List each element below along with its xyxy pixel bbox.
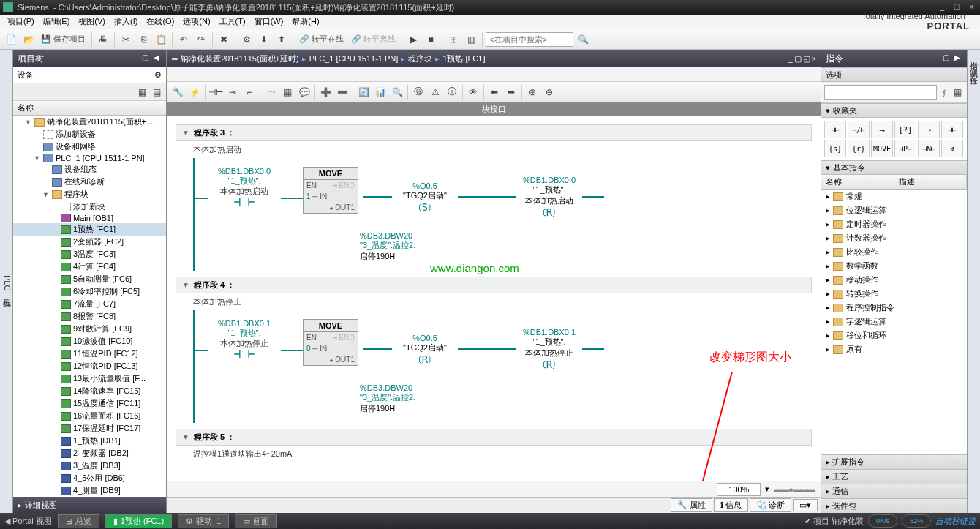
portal-view-button[interactable]: ◀ Portal 视图 xyxy=(4,516,52,527)
ed-icon-j[interactable]: ⊖ xyxy=(541,84,557,100)
search-icon[interactable]: 🔍 xyxy=(575,31,591,48)
editor-close-icon[interactable]: × xyxy=(812,54,816,64)
instr-category[interactable]: ▸数学函数 xyxy=(821,259,967,273)
section-options[interactable]: ▸ 选件包 xyxy=(821,498,967,513)
ed-comment-icon[interactable]: 💬 xyxy=(296,84,312,100)
network-5[interactable]: ▼程序段 5 ： 温控模1通道块输出4~20mA xyxy=(176,429,812,462)
editor-max-icon[interactable]: ▢ xyxy=(794,54,802,64)
crumb-3[interactable]: 1预热 [FC1] xyxy=(442,53,485,64)
ed-icon-2[interactable]: ⚡ xyxy=(186,84,203,100)
tree-item[interactable]: 3温度 [FC3] xyxy=(13,248,166,260)
tree-item[interactable]: 4_测量 [DB9] xyxy=(13,484,166,497)
delete-icon[interactable]: ✖ xyxy=(216,31,232,48)
options-header[interactable]: 选项 xyxy=(821,67,967,82)
ed-icon-i[interactable]: ⊕ xyxy=(524,84,540,100)
menu-online[interactable]: 在线(O) xyxy=(142,15,178,29)
split-icon[interactable]: ▥ xyxy=(463,31,479,48)
project-tree[interactable]: ▼钠净化装置20181115(面积+...添加新设备设备和网络▼PLC_1 [C… xyxy=(13,116,166,497)
save-project-button[interactable]: 💾 保存项目 xyxy=(38,34,88,45)
tree-item[interactable]: 添加新块 xyxy=(13,200,166,213)
editor-min-icon[interactable]: _ xyxy=(788,54,792,64)
instruction-tree[interactable]: ▸常规▸位逻辑运算▸定时器操作▸计数器操作▸比较操作▸数学函数▸移动操作▸转换操… xyxy=(821,190,967,454)
redo-icon[interactable]: ↷ xyxy=(193,31,209,48)
ed-icon-d[interactable]: Ⓖ xyxy=(410,84,426,100)
tree-item[interactable]: 7流量 [FC7] xyxy=(13,298,166,310)
tab-diagnostics[interactable]: 🩺诊断 xyxy=(750,498,791,512)
zoom-input[interactable] xyxy=(717,483,761,496)
instr-category[interactable]: ▸定时器操作 xyxy=(821,217,967,231)
editor-restore-icon[interactable]: ◱ xyxy=(803,54,810,64)
ed-icon-h[interactable]: ➡ xyxy=(503,84,519,100)
tree-item[interactable]: 2变频器 [FC2] xyxy=(13,236,166,248)
menu-tools[interactable]: 工具(T) xyxy=(215,15,250,29)
instr-pin-icon[interactable]: ▶ xyxy=(952,53,962,64)
open-project-icon[interactable]: 📂 xyxy=(20,31,37,48)
tree-item[interactable]: 3_温度 [DB3] xyxy=(13,459,166,472)
ed-icon-a[interactable]: 🔄 xyxy=(355,84,372,100)
ed-icon-f[interactable]: ⓘ xyxy=(444,84,460,100)
tab-expand[interactable]: ▭▾ xyxy=(793,499,818,511)
network-4[interactable]: ▼程序段 4 ： 本体加热停止 %DB1.DBX0.1"1_预热".本体加热停止… xyxy=(176,277,812,423)
crumb-2[interactable]: 程序块 xyxy=(408,53,432,64)
zoom-slider[interactable]: ▬▬●▬▬▬ xyxy=(774,485,815,494)
tree-item[interactable]: 4_5公用 [DB6] xyxy=(13,472,166,484)
ed-icon-g[interactable]: ⬅ xyxy=(486,84,502,100)
menu-project[interactable]: 项目(P) xyxy=(3,15,39,29)
tree-item[interactable]: ▼钠净化装置20181115(面积+... xyxy=(13,116,166,128)
detail-view-header[interactable]: ▸详细视图 xyxy=(13,497,166,513)
menu-help[interactable]: 帮助(H) xyxy=(287,15,323,29)
favorite-instr-button[interactable]: MOVE xyxy=(871,140,893,157)
instr-category[interactable]: ▸程序控制指令 xyxy=(821,301,967,315)
upload-icon[interactable]: ⬆ xyxy=(274,31,290,48)
instr-category[interactable]: ▸字逻辑运算 xyxy=(821,315,967,329)
tree-item[interactable]: 1预热 [FC1] xyxy=(13,223,166,236)
instr-filter-icon[interactable]: ⅉ xyxy=(938,85,950,100)
tree-item[interactable]: 17保温延时 [FC17] xyxy=(13,422,166,435)
status-tab-screen[interactable]: ▭ 画面 xyxy=(235,514,277,528)
compile-icon[interactable]: ⚙ xyxy=(238,31,255,48)
tree-view1-icon[interactable]: ▦ xyxy=(135,86,148,99)
tree-item[interactable]: 11恒温PID [FC12] xyxy=(13,348,166,360)
ed-icon-b[interactable]: 📊 xyxy=(372,84,388,100)
tree-collapse-icon[interactable]: ▢ xyxy=(140,53,150,64)
favorite-instr-button[interactable]: ⊸ xyxy=(918,121,940,138)
new-project-icon[interactable]: 📄 xyxy=(3,31,19,48)
ed-monitor-icon[interactable]: 👁 xyxy=(465,84,481,100)
instr-category[interactable]: ▸转换操作 xyxy=(821,287,967,301)
tree-item[interactable]: 5自动测量 [FC6] xyxy=(13,273,166,285)
status-tab-fc1[interactable]: ▮ 1预热 (FC1) xyxy=(105,514,172,528)
left-vtab-plc[interactable]: PLC 编程 xyxy=(0,50,13,513)
tree-item[interactable]: 13最小流量取值 [F... xyxy=(13,372,166,385)
tree-item[interactable]: 16流量面积 [FC16] xyxy=(13,410,166,422)
tree-opts-icon[interactable]: ⚙ xyxy=(154,70,162,80)
instr-category[interactable]: ▸移位和循环 xyxy=(821,329,967,342)
tree-item[interactable]: 在线和诊断 xyxy=(13,176,166,188)
tree-item[interactable]: ▼程序块 xyxy=(13,188,166,200)
ed-coil-icon[interactable]: ⊸ xyxy=(225,84,241,100)
crumb-1[interactable]: PLC_1 [CPU 1511-1 PN] xyxy=(309,54,399,63)
paste-icon[interactable]: 📋 xyxy=(153,31,169,48)
start-cpu-icon[interactable]: ▶ xyxy=(405,31,421,48)
tree-item[interactable]: 14降流速率 [FC15] xyxy=(13,385,166,397)
print-icon[interactable]: 🖶 xyxy=(95,31,111,48)
ed-del-icon[interactable]: ➖ xyxy=(334,84,350,100)
interface-header[interactable]: 块接口 xyxy=(167,102,821,116)
tree-item[interactable]: Main [OB1] xyxy=(13,213,166,223)
tab-properties[interactable]: 🔧属性 xyxy=(671,498,712,512)
instr-category[interactable]: ▸常规 xyxy=(821,190,967,203)
instr-opts-icon[interactable]: ▢ xyxy=(941,53,951,64)
go-online-button[interactable]: 🔗 转至在线 xyxy=(296,34,347,45)
go-offline-button[interactable]: 🔗 转至离线 xyxy=(348,34,399,45)
section-tech[interactable]: ▸ 工艺 xyxy=(821,469,967,484)
menu-view[interactable]: 视图(V) xyxy=(74,15,110,29)
tree-item[interactable]: ▼PLC_1 [CPU 1511-1 PN] xyxy=(13,153,166,163)
section-extended[interactable]: ▸ 扩展指令 xyxy=(821,454,967,469)
favorite-instr-button[interactable]: {s} xyxy=(824,140,846,157)
cross-ref-icon[interactable]: ⊞ xyxy=(445,31,461,48)
tree-view2-icon[interactable]: ▤ xyxy=(150,86,163,99)
instr-category[interactable]: ▸计数器操作 xyxy=(821,231,967,245)
section-comm[interactable]: ▸ 通信 xyxy=(821,484,967,498)
crumb-0[interactable]: 钠净化装置20181115(面积+延时) xyxy=(181,53,299,64)
ed-icon-c[interactable]: 🔍 xyxy=(389,84,405,100)
instr-category[interactable]: ▸位逻辑运算 xyxy=(821,203,967,217)
